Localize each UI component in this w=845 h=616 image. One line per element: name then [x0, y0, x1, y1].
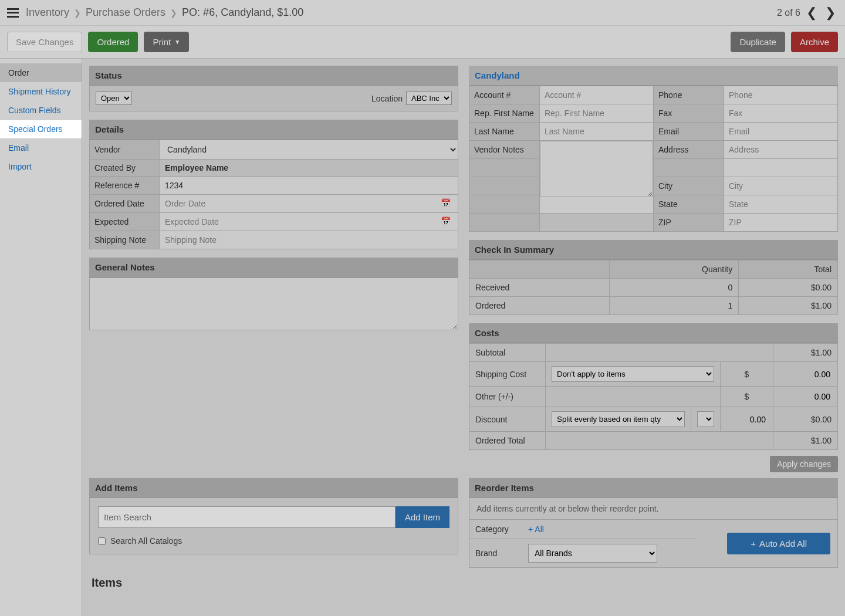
shipping-input[interactable] [779, 368, 832, 380]
ordered-label: Ordered [469, 297, 610, 315]
fax-label: Fax [654, 104, 724, 123]
details-header: Details [89, 120, 458, 140]
plus-icon: + [751, 539, 756, 549]
ordered-total-label: Ordered Total [469, 432, 546, 450]
menu-icon[interactable] [7, 8, 19, 18]
print-button[interactable]: Print ▼ [144, 32, 189, 52]
vendor-notes-label: Vendor Notes [469, 141, 540, 159]
vendor-notes-textarea[interactable] [540, 141, 653, 197]
other-label: Other (+/-) [469, 387, 546, 407]
pager-prev-icon[interactable]: ❮ [804, 5, 819, 21]
sidenav-item-email[interactable]: Email [0, 138, 82, 157]
discount-label: Discount [469, 407, 546, 432]
address-label: Address [654, 141, 724, 159]
vendor-label: Vendor [90, 140, 160, 160]
record-pager: 2 of 6 ❮ ❯ [777, 5, 838, 21]
vendor-select[interactable]: Candyland [160, 140, 458, 159]
crumb-purchase-orders[interactable]: Purchase Orders [86, 6, 165, 19]
pager-next-icon[interactable]: ❯ [823, 5, 838, 21]
items-section-header: Items [89, 568, 838, 594]
address-input[interactable] [724, 141, 837, 158]
general-notes-textarea[interactable] [89, 277, 458, 330]
action-bar: Save Changes Ordered Print ▼ Duplicate A… [0, 26, 845, 59]
lastname-input[interactable] [540, 123, 653, 140]
search-all-catalogs-text: Search All Catalogs [110, 536, 182, 546]
sidenav-item-shipment[interactable]: Shipment History [0, 82, 82, 101]
details-table: Vendor Candyland Created By Employee Nam… [89, 140, 458, 249]
address2-input[interactable] [724, 159, 837, 177]
status-row: Open Location ABC Inc [89, 86, 458, 111]
brand-label: Brand [469, 539, 522, 568]
calendar-icon[interactable]: 📅 [441, 216, 455, 226]
add-items-header: Add Items [89, 478, 458, 498]
discount-total: $0.00 [773, 407, 838, 432]
discount-currency-select[interactable]: $ [697, 411, 714, 427]
shipping-apply-select[interactable]: Don't apply to items [552, 366, 714, 382]
chevron-right-icon: ❯ [170, 8, 177, 18]
city-input[interactable] [724, 177, 837, 195]
sidenav-item-import[interactable]: Import [0, 157, 82, 176]
zip-input[interactable] [724, 214, 837, 231]
calendar-icon[interactable]: 📅 [441, 198, 455, 208]
status-select[interactable]: Open [96, 92, 132, 105]
chevron-right-icon: ❯ [74, 8, 81, 18]
sidenav-item-special-orders[interactable]: Special Orders [0, 120, 82, 138]
expected-date-input[interactable] [160, 213, 458, 231]
shipping-note-label: Shipping Note [90, 231, 160, 249]
account-label: Account # [469, 86, 540, 104]
status-header: Status [89, 66, 458, 86]
category-all-link[interactable]: + All [528, 524, 544, 534]
item-search-input[interactable] [98, 506, 396, 528]
shipping-currency: $ [721, 362, 773, 387]
sidenav-item-order[interactable]: Order [0, 63, 82, 82]
general-notes-header: General Notes [89, 258, 458, 277]
search-all-catalogs-label[interactable]: Search All Catalogs [98, 536, 449, 546]
add-item-button[interactable]: Add Item [396, 506, 449, 528]
brand-select[interactable]: All Brands [528, 544, 657, 563]
city-label: City [654, 177, 724, 195]
shipping-note-input[interactable] [160, 231, 458, 249]
discount-input[interactable] [726, 414, 767, 425]
ordered-date-input[interactable] [160, 195, 458, 212]
ordered-button[interactable]: Ordered [88, 32, 138, 52]
auto-add-all-button[interactable]: + Auto Add All [727, 533, 830, 554]
vendor-link-header[interactable]: Candyland [469, 66, 838, 86]
repfirst-input[interactable] [540, 104, 653, 122]
reference-input[interactable] [160, 177, 458, 194]
createdby-label: Created By [90, 160, 160, 177]
save-changes-button[interactable]: Save Changes [7, 32, 82, 52]
crumb-current: PO: #6, Candyland, $1.00 [182, 6, 303, 19]
duplicate-button[interactable]: Duplicate [731, 32, 785, 52]
shipping-label: Shipping Cost [469, 362, 546, 387]
location-label: Location [371, 94, 403, 103]
costs-header: Costs [469, 323, 838, 343]
other-currency: $ [721, 387, 773, 407]
account-input[interactable] [540, 86, 653, 104]
subtotal-label: Subtotal [469, 344, 546, 362]
discount-apply-select[interactable]: Split evenly based on item qty [552, 411, 685, 427]
vendor-table: Account # Phone Rep. First Name Fax Last… [469, 86, 838, 232]
apply-changes-button[interactable]: Apply changes [770, 456, 838, 472]
state-input[interactable] [724, 195, 837, 213]
archive-button[interactable]: Archive [791, 32, 838, 52]
fax-input[interactable] [724, 104, 837, 122]
ordered-total-value: $1.00 [773, 432, 838, 450]
email-input[interactable] [724, 123, 837, 140]
phone-input[interactable] [724, 86, 837, 104]
reorder-hint: Add items currently at or below their re… [469, 498, 837, 519]
plus-icon: + [528, 524, 535, 534]
pager-text: 2 of 6 [777, 8, 800, 18]
phone-label: Phone [654, 86, 724, 104]
sidenav-item-custom[interactable]: Custom Fields [0, 101, 82, 120]
search-all-catalogs-checkbox[interactable] [98, 537, 106, 545]
reference-label: Reference # [90, 177, 160, 195]
location-select[interactable]: ABC Inc [406, 92, 452, 105]
other-input[interactable] [779, 391, 832, 402]
crumb-inventory[interactable]: Inventory [26, 6, 69, 19]
costs-table: Subtotal $1.00 Shipping Cost Don't apply… [469, 343, 838, 450]
col-quantity: Quantity [610, 260, 739, 279]
subtotal-value: $1.00 [773, 344, 838, 362]
breadcrumb: Inventory ❯ Purchase Orders ❯ PO: #6, Ca… [26, 6, 303, 19]
print-label: Print [153, 37, 171, 47]
caret-down-icon: ▼ [174, 39, 180, 45]
